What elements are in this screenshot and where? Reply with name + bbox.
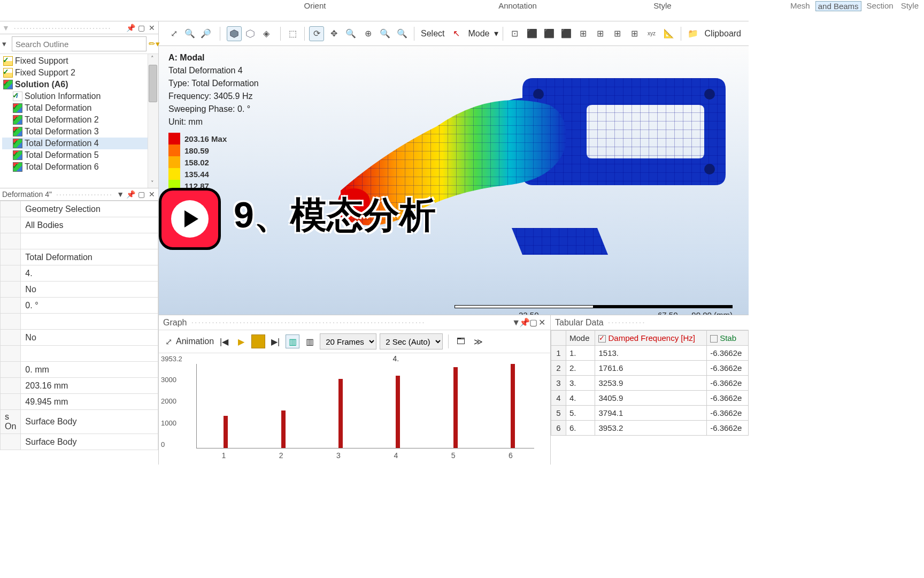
pan-icon[interactable]: ✥ [326,26,341,41]
prop-value[interactable]: Surface Body [21,410,158,434]
play-icon[interactable]: ▶ [234,334,248,348]
prop-value[interactable]: 203.16 mm [21,378,158,394]
coord-icon[interactable]: ⊞ [627,26,642,41]
cell-mode[interactable]: 4. [566,391,595,406]
graph-chart[interactable]: 01000200030003953.2 12344.56 [159,353,550,465]
distributed-icon[interactable]: ▥ [286,334,299,348]
cell-stab[interactable]: -6.3662e [707,391,749,406]
cell-mode[interactable]: 3. [566,376,595,391]
chart-bar[interactable] [396,376,400,448]
prop-value[interactable]: Geometry Selection [21,201,158,217]
tree-item[interactable]: Fixed Support [2,55,158,67]
prop-value[interactable]: Total Deformation [21,249,158,265]
tree-item[interactable]: Total Deformation 3 [2,126,158,138]
tree-item[interactable]: Solution (A6) [2,79,158,90]
pin-icon[interactable]: 📌 [126,190,135,199]
prop-value[interactable] [21,314,158,330]
iso-cube-icon[interactable]: ◈ [259,26,274,41]
tree-item[interactable]: Total Deformation 5 [2,149,158,161]
prop-value[interactable]: Surface Body [21,434,158,450]
chart-bar[interactable] [453,367,458,448]
cell-freq[interactable]: 3253.9 [595,376,707,391]
tree-item[interactable]: Total Deformation 2 [2,114,158,126]
zoom-box-icon[interactable]: 🔍 [378,26,392,41]
prop-value[interactable]: All Bodies [21,217,158,233]
cell-mode[interactable]: 1. [566,346,595,361]
prop-value[interactable] [21,233,158,249]
measure-icon[interactable]: 📐 [661,26,676,41]
search-input[interactable] [12,36,147,51]
face-icon[interactable]: ⬛ [542,26,557,41]
wireframe-cube-icon[interactable] [243,26,258,41]
folder-icon[interactable]: 📁 [686,26,700,41]
pin-icon[interactable]: 📌 [126,24,135,32]
edge-icon[interactable]: ⬛ [525,26,540,41]
duration-select[interactable]: 2 Sec (Auto) [380,333,443,349]
tree-item[interactable]: Fixed Support 2 [2,67,158,79]
first-frame-icon[interactable]: |◀ [217,334,231,348]
stop-icon[interactable] [251,334,265,348]
cell-freq[interactable]: 3953.2 [595,421,707,436]
close-icon[interactable]: ✕ [148,24,156,32]
tree-scrollbar[interactable]: ˄ ˅ [148,54,158,188]
chart-bar[interactable] [281,410,286,448]
zoom-all-icon[interactable]: 🔍 [395,26,410,41]
cell-stab[interactable]: -6.3662e [707,376,749,391]
zoom-icon[interactable]: 🔍 [343,26,358,41]
cell-mode[interactable]: 5. [566,406,595,421]
tabular-table[interactable]: Mode Damped Frequency [Hz] Stab1 1. 1513… [551,330,749,436]
cell-mode[interactable]: 2. [566,361,595,376]
cursor-icon[interactable]: ↖ [449,26,464,41]
cell-freq[interactable]: 3794.1 [595,406,707,421]
prop-value[interactable]: 49.945 mm [21,394,158,410]
prop-value[interactable]: 0. ° [21,298,158,314]
clipboard-label[interactable]: Clipboard [703,29,743,39]
prop-value[interactable]: No [21,330,158,346]
cell-freq[interactable]: 3405.9 [595,391,707,406]
filter-dropdown-icon[interactable]: ▾ [2,39,10,49]
prop-value[interactable]: 0. mm [21,362,158,378]
more-icon[interactable]: ≫ [471,334,485,348]
col-freq[interactable]: Damped Frequency [Hz] [595,331,707,346]
close-icon[interactable]: ✕ [537,318,546,327]
zoom-fit-icon[interactable]: ⊕ [360,26,375,41]
prop-value[interactable] [21,346,158,362]
box-select-icon[interactable]: ⬚ [285,26,300,41]
zoom-out-icon[interactable]: 🔎 [198,26,213,41]
xyz-icon[interactable]: xyz [644,26,659,41]
maximize-icon[interactable]: ▢ [137,190,145,199]
shaded-cube-icon[interactable] [227,26,242,41]
graphics-viewport[interactable]: A: Modal Total Deformation 4 Type: Total… [159,46,749,315]
frames-select[interactable]: 20 Frames [320,333,376,349]
cell-freq[interactable]: 1513. [595,346,707,361]
maximize-icon[interactable]: ▢ [529,318,537,327]
linear-icon[interactable]: ▥ [303,334,317,348]
cell-stab[interactable]: -6.3662e [707,361,749,376]
expand-icon[interactable]: ⤢ [166,26,181,41]
close-icon[interactable]: ✕ [148,190,156,199]
mesh-icon[interactable]: ⊞ [610,26,625,41]
cell-stab[interactable]: -6.3662e [707,406,749,421]
chart-bar[interactable] [511,364,515,448]
outline-tree[interactable]: Fixed SupportFixed Support 2Solution (A6… [0,54,158,188]
chart-bar[interactable] [338,379,343,448]
prop-value[interactable]: No [21,282,158,298]
pin-icon[interactable]: 📌 [520,318,529,327]
rotate-icon[interactable]: ⟳ [309,26,324,41]
tree-item[interactable]: Total Deformation 4 [2,138,158,149]
cell-mode[interactable]: 6. [566,421,595,436]
cell-stab[interactable]: -6.3662e [707,346,749,361]
tree-item[interactable]: Total Deformation [2,102,158,114]
element-icon[interactable]: ⊞ [593,26,608,41]
export-icon[interactable]: 🗔 [454,334,468,348]
prop-value[interactable]: 4. [21,265,158,282]
tree-item[interactable]: Solution Information [2,90,158,102]
last-frame-icon[interactable]: ▶| [268,334,282,348]
cell-freq[interactable]: 1761.6 [595,361,707,376]
chart-bar[interactable] [224,416,228,448]
mode-label[interactable]: Mode [466,29,491,39]
tree-item[interactable]: Total Deformation 6 [2,161,158,173]
scrollbar-thumb[interactable] [149,65,157,102]
cell-stab[interactable]: -6.3662e [707,421,749,436]
search-options-icon[interactable]: ✏▾ [149,39,156,49]
